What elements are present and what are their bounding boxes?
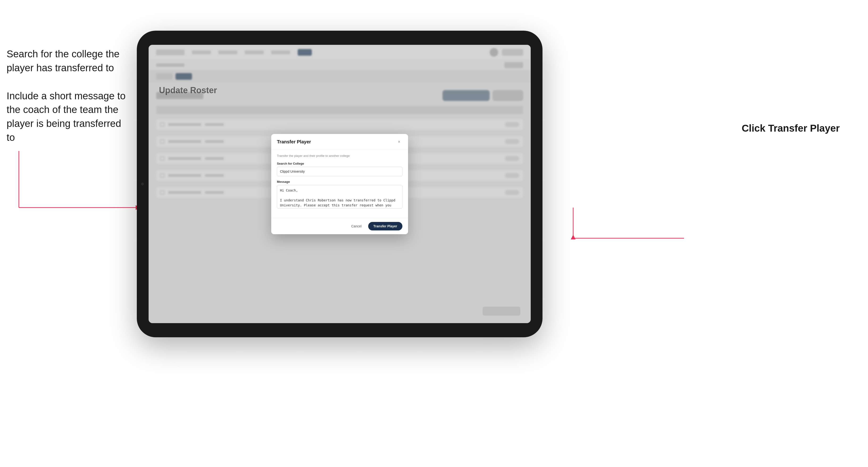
search-college-label: Search for College	[277, 162, 402, 165]
message-textarea[interactable]: Hi Coach, I understand Chris Robertson h…	[277, 185, 402, 209]
close-icon[interactable]: ×	[396, 139, 402, 145]
annotation-message-text: Include a short message to the coach of …	[7, 89, 129, 145]
annotation-click-label: Click	[742, 123, 765, 134]
search-college-group: Search for College	[277, 162, 402, 176]
modal-title: Transfer Player	[277, 139, 311, 145]
cancel-button[interactable]: Cancel	[347, 222, 365, 230]
svg-marker-5	[571, 235, 576, 239]
tablet-screen: Update Roster Transfer Player × Transfer…	[149, 45, 531, 323]
annotation-transfer-bold: Transfer Player	[768, 123, 840, 134]
annotation-right: Click Transfer Player	[742, 123, 840, 134]
message-group: Message Hi Coach, I understand Chris Rob…	[277, 180, 402, 210]
annotation-search-text: Search for the college the player has tr…	[7, 47, 129, 75]
transfer-player-modal: Transfer Player × Transfer the player an…	[271, 134, 408, 234]
modal-subtitle: Transfer the player and their profile to…	[277, 154, 402, 158]
search-college-input[interactable]	[277, 167, 402, 176]
modal-overlay: Transfer Player × Transfer the player an…	[149, 45, 531, 323]
modal-header: Transfer Player ×	[271, 134, 408, 149]
tablet-camera	[141, 183, 144, 185]
modal-body: Transfer the player and their profile to…	[271, 149, 408, 218]
message-label: Message	[277, 180, 402, 184]
modal-footer: Cancel Transfer Player	[271, 218, 408, 234]
tablet-frame: Update Roster Transfer Player × Transfer…	[137, 31, 542, 337]
transfer-player-button[interactable]: Transfer Player	[368, 222, 402, 230]
annotation-left: Search for the college the player has tr…	[7, 47, 129, 159]
